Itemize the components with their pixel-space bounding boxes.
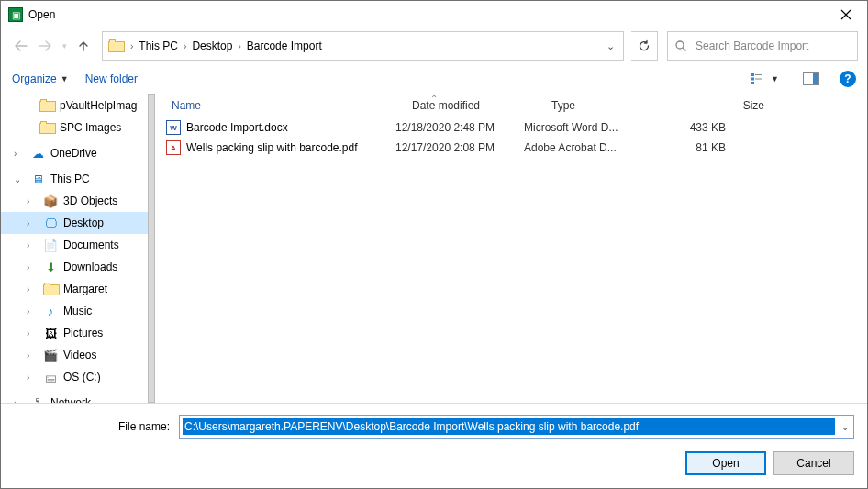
tree-item-osc[interactable]: ›🖴OS (C:) bbox=[1, 366, 155, 388]
tree-item-pvault[interactable]: pVaultHelpImag bbox=[1, 94, 155, 117]
column-headers: ⌃ Name Date modified Type Size bbox=[155, 94, 867, 117]
chevron-right-icon[interactable]: › bbox=[236, 41, 242, 51]
splitter-handle[interactable] bbox=[148, 94, 155, 403]
col-date[interactable]: Date modified bbox=[406, 99, 546, 112]
tree-label: OS (C:) bbox=[63, 371, 101, 383]
footer: File name: C:\Users\margareth.PAPERENV\D… bbox=[1, 403, 867, 488]
address-history-dropdown[interactable]: ⌄ bbox=[597, 32, 623, 60]
tree-label: Videos bbox=[63, 349, 96, 361]
file-name: Wells packing slip with barcode.pdf bbox=[186, 141, 358, 154]
cloud-icon: ☁ bbox=[30, 146, 45, 161]
tree-item-spc[interactable]: SPC Images bbox=[1, 117, 155, 139]
tree-label: Music bbox=[63, 305, 92, 317]
chevron-right-icon[interactable]: › bbox=[128, 41, 135, 51]
svg-point-0 bbox=[676, 41, 684, 49]
filename-dropdown[interactable]: ⌄ bbox=[837, 416, 853, 438]
help-button[interactable]: ? bbox=[840, 71, 856, 87]
tree-item-documents[interactable]: ›📄Documents bbox=[1, 234, 155, 256]
search-icon bbox=[668, 39, 694, 52]
preview-pane-icon bbox=[803, 72, 819, 85]
network-icon: 🖧 bbox=[30, 395, 45, 403]
close-icon bbox=[840, 9, 851, 20]
search-box[interactable] bbox=[667, 31, 858, 61]
svg-rect-1 bbox=[751, 73, 754, 76]
svg-rect-5 bbox=[751, 82, 754, 84]
app-icon: ▣ bbox=[8, 7, 23, 22]
breadcrumb-desktop[interactable]: Desktop bbox=[188, 32, 236, 60]
svg-rect-2 bbox=[755, 74, 762, 75]
tree-item-desktop[interactable]: ›🖵Desktop bbox=[1, 212, 155, 234]
disk-icon: 🖴 bbox=[43, 370, 58, 384]
tree-item-onedrive[interactable]: ›☁OneDrive bbox=[1, 142, 155, 164]
tree-label: Documents bbox=[63, 239, 119, 251]
tree-item-margaret[interactable]: ›Margaret bbox=[1, 278, 155, 300]
downloads-icon: ⬇ bbox=[43, 260, 58, 274]
file-type: Adobe Acrobat D... bbox=[524, 141, 652, 154]
open-button[interactable]: Open bbox=[685, 451, 766, 475]
music-icon: ♪ bbox=[43, 304, 58, 318]
filename-combo[interactable]: C:\Users\margareth.PAPERENV\Desktop\Barc… bbox=[179, 415, 854, 439]
open-dialog: ▣ Open ▾ › This PC › Desktop › Barcode I… bbox=[0, 0, 868, 489]
col-name[interactable]: Name bbox=[166, 99, 406, 112]
search-input[interactable] bbox=[694, 39, 857, 53]
nav-recent-button[interactable]: ▾ bbox=[58, 35, 71, 57]
breadcrumb-thispc[interactable]: This PC bbox=[135, 32, 182, 60]
dropdown-icon: ▼ bbox=[61, 74, 69, 83]
cancel-label: Cancel bbox=[796, 457, 830, 470]
videos-icon: 🎬 bbox=[43, 348, 58, 362]
chevron-right-icon[interactable]: › bbox=[182, 41, 188, 51]
organize-menu[interactable]: Organize ▼ bbox=[12, 72, 69, 85]
cancel-button[interactable]: Cancel bbox=[773, 451, 854, 475]
svg-rect-3 bbox=[751, 78, 754, 81]
breadcrumb-current[interactable]: Barcode Import bbox=[243, 32, 326, 60]
documents-icon: 📄 bbox=[43, 238, 58, 252]
tree-label: Desktop bbox=[63, 217, 104, 229]
tree-item-network[interactable]: ›🖧Network bbox=[1, 392, 155, 403]
file-type: Microsoft Word D... bbox=[524, 121, 652, 134]
preview-pane-button[interactable] bbox=[799, 71, 823, 87]
file-size: 433 KB bbox=[652, 121, 726, 134]
file-list: ⌃ Name Date modified Type Size WBarcode … bbox=[155, 94, 867, 403]
col-size[interactable]: Size bbox=[685, 99, 770, 112]
tree-item-videos[interactable]: ›🎬Videos bbox=[1, 344, 155, 366]
refresh-button[interactable] bbox=[631, 31, 658, 61]
nav-forward-button[interactable] bbox=[34, 35, 56, 57]
col-type[interactable]: Type bbox=[546, 99, 685, 112]
tree-label: 3D Objects bbox=[63, 194, 117, 207]
organize-label: Organize bbox=[12, 72, 57, 85]
expand-icon[interactable]: › bbox=[14, 398, 23, 404]
view-options-button[interactable]: ▼ bbox=[748, 71, 783, 87]
expand-icon[interactable]: › bbox=[14, 149, 23, 159]
close-button[interactable] bbox=[825, 1, 867, 28]
nav-back-button[interactable] bbox=[10, 35, 32, 57]
open-label: Open bbox=[712, 457, 739, 470]
file-name: Barcode Import.docx bbox=[186, 121, 288, 134]
new-folder-label: New folder bbox=[85, 72, 138, 85]
toolbar: Organize ▼ New folder ▼ ? bbox=[1, 63, 867, 94]
filename-label: File name: bbox=[14, 420, 172, 433]
tree-item-3dobjects[interactable]: ›📦3D Objects bbox=[1, 190, 155, 212]
svg-rect-8 bbox=[813, 73, 818, 84]
tree-label: SPC Images bbox=[60, 121, 121, 134]
tree-label: pVaultHelpImag bbox=[60, 99, 138, 112]
tree-item-downloads[interactable]: ›⬇Downloads bbox=[1, 256, 155, 278]
nav-row: ▾ › This PC › Desktop › Barcode Import ⌄ bbox=[1, 28, 867, 63]
address-folder-icon bbox=[103, 32, 128, 60]
tree-item-music[interactable]: ›♪Music bbox=[1, 300, 155, 322]
nav-up-button[interactable] bbox=[72, 35, 95, 57]
arrow-right-icon bbox=[38, 39, 52, 52]
file-row[interactable]: WBarcode Import.docx 12/18/2020 2:48 PM … bbox=[155, 117, 867, 138]
tree-label: Margaret bbox=[63, 283, 107, 295]
tree-label: Downloads bbox=[63, 261, 117, 273]
file-date: 12/17/2020 2:08 PM bbox=[395, 141, 524, 154]
tree-item-thispc[interactable]: ⌄🖥This PC bbox=[1, 168, 155, 190]
collapse-icon[interactable]: ⌄ bbox=[14, 174, 23, 184]
tree-item-pictures[interactable]: ›🖼Pictures bbox=[1, 322, 155, 344]
new-folder-button[interactable]: New folder bbox=[85, 72, 138, 85]
pc-icon: 🖥 bbox=[30, 172, 45, 186]
tree-label: This PC bbox=[50, 172, 90, 185]
file-row[interactable]: AWells packing slip with barcode.pdf 12/… bbox=[155, 138, 867, 158]
dropdown-icon: ▼ bbox=[771, 74, 779, 83]
view-icon bbox=[751, 72, 768, 85]
address-bar[interactable]: › This PC › Desktop › Barcode Import ⌄ bbox=[102, 31, 624, 61]
